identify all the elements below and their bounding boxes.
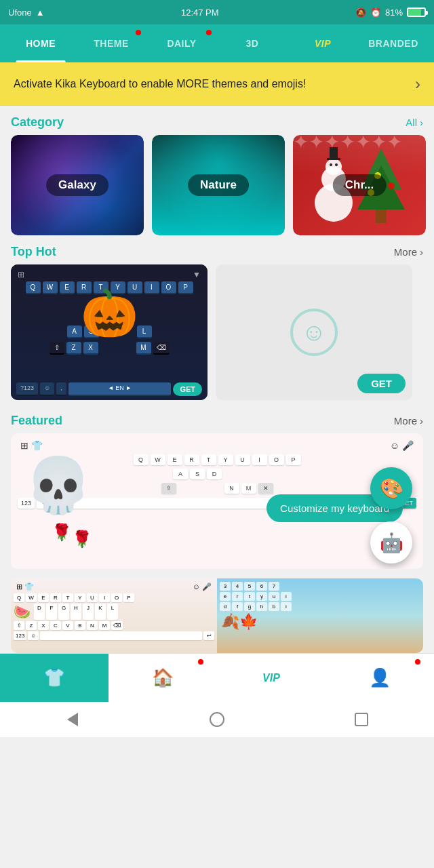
featured-more-link[interactable]: More › bbox=[394, 415, 423, 427]
tophot-more-link[interactable]: More › bbox=[394, 246, 423, 258]
bottom-nav-themes[interactable]: 👕 bbox=[0, 654, 108, 702]
placeholder-get-button[interactable]: GET bbox=[357, 374, 406, 393]
skull-key-p: P bbox=[286, 454, 301, 465]
a-h: h bbox=[256, 602, 267, 611]
kbd-key-i: I bbox=[144, 281, 159, 294]
category-title: Category bbox=[11, 115, 64, 130]
svg-point-2 bbox=[326, 159, 342, 175]
kbd-key-l: L bbox=[137, 326, 152, 338]
skull-keyboard-card[interactable]: ⊞ 👕 ☺ 🎤 Q W E R T Y U I O P A S D bbox=[11, 433, 423, 569]
wm-l: L bbox=[107, 604, 118, 620]
a-t: t bbox=[244, 592, 255, 601]
tophot-header: Top Hot More › bbox=[0, 235, 434, 264]
wm-x: X bbox=[38, 621, 49, 630]
vip-nav-label: VIP bbox=[262, 672, 280, 684]
skull-key-y: Y bbox=[218, 454, 233, 465]
tophot-row: ⊞ ▼ Q W E R T Y U I O P A S L bbox=[0, 264, 434, 400]
skull-key-o: O bbox=[269, 454, 284, 465]
skull-key-u: U bbox=[235, 454, 250, 465]
bottom-nav-vip[interactable]: VIP bbox=[217, 654, 326, 702]
wm-bottom: 123 ☺ ↩ bbox=[14, 631, 214, 640]
category-item-nature[interactable]: Nature bbox=[152, 135, 285, 235]
profile-icon: 👤 bbox=[369, 667, 391, 688]
a-3: 3 bbox=[220, 582, 231, 591]
kbd-key-a: A bbox=[67, 326, 82, 338]
activate-banner[interactable]: Activate Kika Keyboard to enable MORE th… bbox=[0, 62, 434, 106]
wm-z: Z bbox=[26, 621, 37, 630]
wm-right-icons: ☺ 🎤 bbox=[193, 583, 212, 591]
category-header: Category All › bbox=[0, 106, 434, 135]
tab-vip[interactable]: VIP bbox=[288, 24, 358, 62]
halloween-keyboard-card[interactable]: ⊞ ▼ Q W E R T Y U I O P A S L bbox=[11, 264, 208, 400]
wm-j: J bbox=[83, 604, 94, 620]
watermelon-keyboard-card[interactable]: ⊞ 👕 ☺ 🎤 Q W E R T Y U I O P 🍉 D bbox=[11, 578, 217, 653]
wm-k: K bbox=[95, 604, 106, 620]
home-icon bbox=[210, 712, 224, 727]
wm-g: G bbox=[58, 604, 69, 620]
tab-daily-label: DAILY bbox=[167, 38, 196, 49]
wm-d: D bbox=[34, 604, 45, 620]
bottom-nav-store[interactable]: 🏠 bbox=[108, 654, 217, 702]
wm-v: V bbox=[62, 621, 73, 630]
rose-icon-2: 🌹 bbox=[72, 530, 92, 549]
tab-theme-label: THEME bbox=[94, 38, 129, 49]
skull-backspace: ✕ bbox=[258, 483, 273, 494]
fab-palette-button[interactable]: 🎨 bbox=[370, 467, 412, 509]
kbd-key-o: O bbox=[161, 281, 176, 294]
tab-3d[interactable]: 3D bbox=[217, 24, 288, 62]
wm-123b: 123 bbox=[14, 631, 26, 640]
home-button[interactable] bbox=[205, 707, 229, 732]
category-all-link[interactable]: All › bbox=[406, 117, 423, 128]
bottom-nav: 👕 🏠 VIP 👤 bbox=[0, 653, 434, 702]
skull-key-w: W bbox=[151, 454, 165, 465]
kbd-key-q: Q bbox=[26, 281, 41, 294]
rose-icon-1: 🌹 bbox=[52, 523, 72, 542]
nav-tabs: HOME THEME DAILY 3D VIP BRANDED bbox=[0, 24, 434, 62]
autumn-keyboard-card[interactable]: 3 4 5 6 7 e r t y u i d f g bbox=[217, 578, 423, 653]
wm-w: W bbox=[26, 593, 37, 602]
featured-more-label: More bbox=[394, 415, 417, 427]
recent-button[interactable] bbox=[349, 707, 374, 732]
pumpkin-icon: 🎃 bbox=[81, 286, 138, 340]
tab-theme[interactable]: THEME bbox=[76, 24, 146, 62]
category-item-christmas[interactable]: ✦✦✦✦✦✦✦ Chr... bbox=[293, 135, 426, 235]
palette-icon: 🎨 bbox=[380, 477, 403, 500]
kbd-shift: ⇧ bbox=[50, 342, 64, 355]
featured-card-row2: ⊞ 👕 ☺ 🎤 Q W E R T Y U I O P 🍉 D bbox=[11, 578, 423, 653]
themes-icon: 👕 bbox=[43, 667, 65, 688]
autumn-row3: d f g h b i bbox=[220, 602, 420, 611]
tophot-title: Top Hot bbox=[11, 245, 56, 259]
a-7: 7 bbox=[269, 582, 279, 591]
tab-home[interactable]: HOME bbox=[5, 24, 76, 62]
featured-title: Featured bbox=[11, 414, 62, 428]
autumn-row2: e r t y u i bbox=[220, 592, 420, 601]
daily-notification-dot bbox=[206, 30, 212, 35]
placeholder-keyboard-card[interactable]: ☺ GET bbox=[216, 264, 412, 400]
featured-section: Featured More › ⊞ 👕 ☺ 🎤 Q W E R T Y U I … bbox=[0, 404, 434, 653]
a-d: d bbox=[220, 602, 231, 611]
a-4: 4 bbox=[232, 582, 243, 591]
category-item-galaxy[interactable]: Galaxy bbox=[11, 135, 144, 235]
smiley-icon: ☺ bbox=[302, 318, 327, 347]
wm-n2: N bbox=[87, 621, 98, 630]
wm-b: B bbox=[75, 621, 85, 630]
system-nav bbox=[0, 702, 434, 737]
tab-3d-label: 3D bbox=[246, 38, 259, 49]
fab-emoji-button[interactable]: 🤖 bbox=[370, 521, 412, 564]
tab-daily[interactable]: DAILY bbox=[146, 24, 217, 62]
emoji-face-icon: 🤖 bbox=[380, 532, 403, 554]
back-button[interactable] bbox=[60, 707, 85, 732]
battery-text: 81% bbox=[385, 7, 403, 18]
tab-branded[interactable]: BRANDED bbox=[358, 24, 429, 62]
bottom-nav-profile[interactable]: 👤 bbox=[326, 654, 434, 702]
skull-key-r: R bbox=[184, 454, 199, 465]
skull-key-d: D bbox=[207, 469, 222, 479]
wm-top-bar: ⊞ 👕 ☺ 🎤 bbox=[14, 581, 214, 593]
wm-p: P bbox=[123, 593, 134, 602]
banner-arrow-icon: › bbox=[415, 75, 420, 94]
nature-label: Nature bbox=[188, 174, 249, 196]
kbd-grid-icon: ⊞ bbox=[18, 270, 24, 279]
status-bar: Ufone ▲ 12:47 PM 🔕 ⏰ 81% bbox=[0, 0, 434, 24]
kbd-get-btn[interactable]: GET bbox=[173, 382, 202, 396]
kbd-top-bar: ⊞ ▼ bbox=[15, 269, 203, 281]
